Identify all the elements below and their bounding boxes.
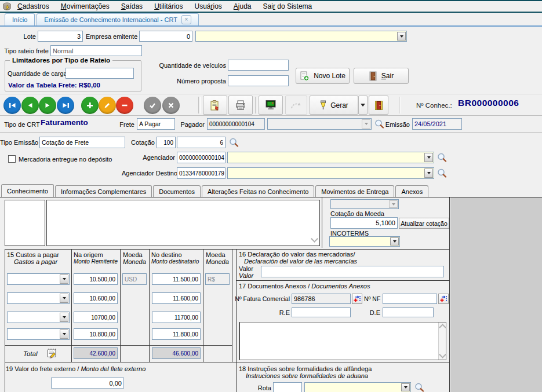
monitor-view-button[interactable] bbox=[259, 96, 283, 115]
scrollbar[interactable] bbox=[438, 323, 446, 360]
tab-crt[interactable]: Emissão de Conhecimento Internacional - … bbox=[37, 13, 199, 25]
chevron-down-icon[interactable] bbox=[424, 153, 433, 162]
chevron-down-icon[interactable] bbox=[424, 168, 433, 178]
frete-externo-field[interactable]: 0,00 bbox=[51, 378, 124, 389]
report-preview-button[interactable] bbox=[203, 96, 227, 115]
menu-saidas[interactable]: Saídas bbox=[115, 2, 148, 10]
tab-anexos[interactable]: Anexos bbox=[395, 185, 428, 197]
chevron-down-icon[interactable] bbox=[390, 237, 399, 246]
tipo-emissao-combo[interactable]: Cotação de Frete bbox=[39, 137, 125, 148]
add-nf-button[interactable] bbox=[438, 294, 449, 304]
tab-inicio[interactable]: Início bbox=[5, 13, 35, 25]
chevron-down-icon[interactable] bbox=[60, 313, 68, 322]
qtd-cargas-field[interactable] bbox=[66, 68, 134, 79]
chevron-up-icon[interactable] bbox=[439, 324, 446, 331]
incoterms-combo[interactable] bbox=[329, 236, 400, 247]
agenciador-combo[interactable] bbox=[227, 152, 434, 163]
col-origem-header-es: Monto Remitente bbox=[74, 258, 118, 265]
origem-field[interactable]: 10.500,00 bbox=[74, 273, 118, 285]
custo-combo[interactable] bbox=[7, 273, 70, 285]
menu-usuarios[interactable]: Usuários bbox=[188, 2, 227, 10]
nf-label: Nº NF bbox=[364, 295, 380, 302]
chevron-down-icon[interactable] bbox=[60, 294, 68, 303]
destino-field[interactable]: 11.800,00 bbox=[152, 328, 201, 340]
lote-label: Lote bbox=[8, 33, 36, 40]
atualizar-cotacao-button[interactable]: Atualizar cotação bbox=[399, 218, 449, 229]
qtd-veiculos-field[interactable] bbox=[228, 60, 289, 71]
cotacao-numero-field[interactable]: 100 bbox=[157, 137, 176, 148]
chevron-down-icon[interactable] bbox=[311, 235, 318, 243]
print-button[interactable] bbox=[228, 96, 253, 115]
novo-lote-button[interactable]: Novo Lote bbox=[296, 68, 350, 84]
delete-record-button[interactable] bbox=[116, 97, 133, 114]
origem-field[interactable]: 10.600,00 bbox=[74, 292, 118, 304]
agenciador-destino-combo[interactable] bbox=[227, 167, 434, 179]
search-icon[interactable] bbox=[228, 137, 239, 148]
documentos-anexos-memo[interactable] bbox=[239, 322, 446, 360]
cotacao-sequencia-field[interactable]: 6 bbox=[177, 137, 225, 148]
search-icon[interactable] bbox=[374, 119, 385, 130]
chevron-down-icon[interactable] bbox=[60, 329, 68, 339]
chevron-down-icon[interactable] bbox=[60, 274, 68, 284]
tab-alteracoes[interactable]: Alterações Feitas no Conhecimento bbox=[202, 185, 314, 197]
next-record-button[interactable] bbox=[39, 97, 56, 114]
exit-form-button[interactable] bbox=[369, 96, 388, 115]
valor-mercadorias-field[interactable] bbox=[261, 266, 444, 277]
rota-combo[interactable] bbox=[304, 382, 411, 392]
custo-combo[interactable] bbox=[7, 292, 70, 304]
add-fatura-button[interactable] bbox=[352, 294, 362, 304]
agenciador-label: Agenciador bbox=[133, 154, 175, 161]
agenciador-destino-field[interactable]: 01334780000179 bbox=[177, 167, 225, 179]
first-record-button[interactable] bbox=[3, 97, 21, 114]
nf-field[interactable] bbox=[383, 294, 437, 304]
custo-combo[interactable] bbox=[7, 312, 70, 323]
chevron-down-icon[interactable] bbox=[439, 351, 446, 358]
menu-movimentacoes[interactable]: Movimentações bbox=[55, 2, 115, 10]
tab-movimentos-entrega[interactable]: Movimentos de Entrega bbox=[315, 185, 394, 197]
tab-documentos[interactable]: Documentos bbox=[153, 185, 201, 197]
item-list-box[interactable] bbox=[5, 200, 45, 246]
gerar-button[interactable]: Gerar bbox=[310, 96, 358, 115]
re-field[interactable] bbox=[292, 307, 351, 317]
search-icon[interactable] bbox=[436, 152, 448, 163]
rota-codigo-field[interactable] bbox=[273, 382, 302, 392]
tab-conhecimento[interactable]: Conhecimento bbox=[1, 184, 54, 197]
empresa-emitente-field[interactable]: 0 bbox=[139, 31, 192, 42]
frete-combo[interactable]: A Pagar bbox=[137, 118, 175, 130]
menu-utilitarios[interactable]: Utilitários bbox=[148, 2, 188, 10]
de-field[interactable] bbox=[383, 307, 434, 317]
last-record-button[interactable] bbox=[57, 97, 74, 114]
confirm-button[interactable] bbox=[144, 97, 161, 114]
destino-field[interactable]: 11.600,00 bbox=[152, 292, 201, 304]
empresa-emitente-label: Empresa emitente bbox=[86, 33, 137, 40]
fatura-comercial-field: 986786 bbox=[292, 294, 351, 304]
chevron-down-icon[interactable] bbox=[397, 32, 406, 41]
origem-field[interactable]: 10.800,00 bbox=[74, 328, 118, 340]
gerar-dropdown-button[interactable] bbox=[358, 96, 368, 115]
num-proposta-field[interactable] bbox=[228, 75, 289, 86]
destino-field[interactable]: 11.500,00 bbox=[152, 273, 201, 285]
search-icon[interactable] bbox=[414, 382, 425, 392]
custo-combo[interactable] bbox=[7, 328, 70, 340]
cotacao-moeda-field[interactable]: 5,1000 bbox=[330, 217, 398, 229]
calculator-icon[interactable] bbox=[46, 347, 59, 360]
chevron-down-icon[interactable] bbox=[401, 383, 410, 391]
destino-field[interactable]: 11700,00 bbox=[152, 312, 201, 323]
agenciador-field[interactable]: 00000000000104 bbox=[177, 152, 225, 163]
menu-ajuda[interactable]: Ajuda bbox=[228, 2, 257, 10]
cancel-button[interactable] bbox=[162, 97, 180, 114]
close-icon[interactable]: × bbox=[181, 15, 191, 24]
description-memo[interactable] bbox=[46, 200, 320, 246]
sair-button[interactable]: Sair bbox=[354, 68, 409, 84]
edit-record-button[interactable] bbox=[99, 97, 116, 114]
empresa-emitente-combo[interactable] bbox=[195, 31, 407, 42]
menu-cadastros[interactable]: Cadastros bbox=[12, 2, 55, 10]
previous-record-button[interactable] bbox=[21, 97, 39, 114]
search-icon[interactable] bbox=[436, 168, 448, 179]
menu-sair-do-sistema[interactable]: Sair do Sistema bbox=[257, 2, 318, 10]
mercadoria-deposito-checkbox[interactable] bbox=[8, 155, 16, 163]
lote-field[interactable]: 3 bbox=[38, 31, 83, 42]
add-record-button[interactable] bbox=[81, 97, 99, 114]
tab-informacoes-complementares[interactable]: Informações Complementares bbox=[55, 185, 152, 197]
origem-field[interactable]: 10700,00 bbox=[74, 312, 118, 323]
